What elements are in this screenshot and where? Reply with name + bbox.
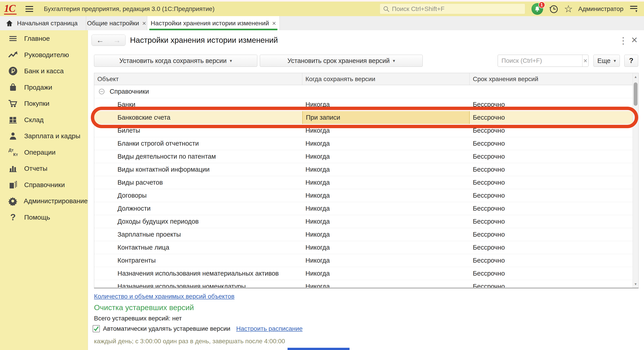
cell-object[interactable]: Виды расчетов [94, 176, 302, 189]
table-row[interactable]: ДолжностиНикогдаБессрочно [94, 202, 632, 215]
cell-object[interactable]: Бланки строгой отчетности [94, 137, 302, 150]
global-search-field[interactable] [392, 5, 522, 13]
auto-delete-checkbox[interactable] [93, 325, 100, 332]
cell-when[interactable]: Никогда [302, 241, 470, 254]
cell-when[interactable]: Никогда [302, 137, 470, 150]
cell-when[interactable]: Никогда [302, 254, 470, 267]
sidebar-item-otchety[interactable]: Отчеты [0, 160, 88, 177]
notifications-button[interactable]: 1 [532, 3, 543, 15]
table-row[interactable]: Виды расчетовНикогдаБессрочно [94, 176, 632, 189]
schedule-link[interactable]: Настроить расписание [236, 325, 302, 332]
cell-when[interactable]: Никогда [302, 215, 470, 228]
set-storage-term-button[interactable]: Установить срок хранения версий ▾ [260, 55, 423, 67]
more-menu-icon[interactable]: ⋮ [619, 36, 628, 46]
cell-term[interactable]: Бессрочно [470, 215, 632, 228]
sidebar-item-prodazhi[interactable]: Продажи [0, 79, 88, 96]
sidebar-item-zarplata-i-kadry[interactable]: Зарплата и кадры [0, 128, 88, 144]
cell-term[interactable]: Бессрочно [470, 111, 632, 124]
sidebar-item-pokupki[interactable]: Покупки [0, 95, 88, 112]
cell-object[interactable]: Должности [94, 202, 302, 215]
sidebar-item-pomosch[interactable]: ?Помощь [0, 209, 88, 226]
table-row[interactable]: Доходы будущих периодовНикогдаБессрочно [94, 215, 632, 228]
favorites-star-icon[interactable]: ☆ [564, 4, 573, 14]
sidebar-item-bank-i-kassa[interactable]: Банк и касса [0, 63, 88, 79]
main-menu-icon[interactable] [26, 6, 33, 12]
close-page-icon[interactable]: × [631, 34, 638, 46]
sidebar-item-glavnoe[interactable]: Главное [0, 31, 88, 47]
cell-term[interactable]: Бессрочно [470, 124, 632, 137]
back-button[interactable]: ← [92, 35, 108, 46]
col-header-object[interactable]: Объект [94, 73, 302, 85]
cell-term[interactable]: Бессрочно [470, 241, 632, 254]
stored-versions-link[interactable]: Количество и объем хранимых версий объек… [94, 293, 234, 300]
current-user[interactable]: Администратор [578, 5, 624, 13]
table-search-box[interactable]: × [498, 55, 588, 67]
sidebar-item-sklad[interactable]: Склад [0, 112, 88, 128]
col-header-when[interactable]: Когда сохранять версии [302, 73, 470, 85]
tab-version-history-settings[interactable]: Настройки хранения истории изменений× [147, 16, 280, 30]
tab-home[interactable]: Начальная страница [0, 16, 86, 30]
cell-object[interactable]: Назначения использования номенклатуры [94, 280, 302, 287]
table-row[interactable]: Бланки строгой отчетностиНикогдаБессрочн… [94, 137, 632, 150]
cell-when[interactable]: Никогда [302, 176, 470, 189]
settings-menu-icon[interactable]: ▾ [630, 6, 637, 12]
cell-term[interactable]: Бессрочно [470, 137, 632, 150]
cell-term[interactable]: Бессрочно [470, 189, 632, 202]
cell-object[interactable]: Банки [94, 98, 302, 111]
cell-when[interactable]: Никогда [302, 189, 470, 202]
collapse-icon[interactable] [99, 89, 105, 95]
cell-when[interactable]: Никогда [302, 163, 470, 176]
cell-object[interactable]: Виды деятельности по патентам [94, 150, 302, 163]
table-row[interactable]: Контактные лицаНикогдаБессрочно [94, 241, 632, 254]
table-row[interactable]: БанкиНикогдаБессрочно [94, 98, 632, 111]
table-row[interactable]: Зарплатные проектыНикогдаБессрочно [94, 228, 632, 241]
cell-when[interactable]: Никогда [302, 202, 470, 215]
tab-close-icon[interactable]: × [142, 20, 146, 27]
table-group-row[interactable]: Справочники [94, 85, 632, 98]
cell-object[interactable]: Контактные лица [94, 241, 302, 254]
cell-term[interactable]: Бессрочно [470, 202, 632, 215]
sidebar-item-rukovoditelyu[interactable]: Руководителю [0, 47, 88, 63]
tab-close-icon[interactable]: × [272, 20, 276, 27]
sidebar-item-operatsii[interactable]: ДтКтОперации [0, 144, 88, 161]
cell-when[interactable]: Никогда [302, 228, 470, 241]
history-icon[interactable] [548, 4, 559, 14]
table-row[interactable]: Назначения использования нематериальных … [94, 267, 632, 280]
help-button[interactable]: ? [624, 55, 638, 67]
cell-object[interactable]: Билеты [94, 124, 302, 137]
tab-general-settings[interactable]: Общие настройки× [86, 16, 147, 30]
cell-object[interactable]: Договоры [94, 189, 302, 202]
set-when-save-button[interactable]: Установить когда сохранять версии ▾ [94, 55, 257, 67]
vertical-scrollbar[interactable]: ▲ ▼ [632, 73, 638, 288]
scroll-down-icon[interactable]: ▼ [633, 282, 638, 286]
table-search-input[interactable] [498, 55, 582, 67]
cell-term[interactable]: Бессрочно [470, 254, 632, 267]
table-row[interactable]: БилетыНикогдаБессрочно [94, 124, 632, 137]
cell-term[interactable]: Бессрочно [470, 267, 632, 280]
clear-search-icon[interactable]: × [582, 55, 588, 67]
cell-when[interactable]: Никогда [302, 124, 470, 137]
cell-term[interactable]: Бессрочно [470, 150, 632, 163]
1c-logo[interactable]: 1С [4, 3, 16, 15]
more-button[interactable]: Еще ▾ [594, 55, 620, 67]
cell-term[interactable]: Бессрочно [470, 163, 632, 176]
cell-object[interactable]: Банковские счета [94, 111, 302, 124]
scroll-thumb[interactable] [634, 82, 638, 106]
table-row[interactable]: Назначения использования номенклатурыНик… [94, 280, 632, 287]
cell-when[interactable]: Никогда [302, 150, 470, 163]
cell-term[interactable]: Бессрочно [470, 280, 632, 287]
table-row[interactable]: Виды контактной информацииНикогдаБессроч… [94, 163, 632, 176]
col-header-term[interactable]: Срок хранения версий [470, 73, 632, 85]
cell-when[interactable]: Никогда [302, 280, 470, 287]
cell-object[interactable]: Назначения использования нематериальных … [94, 267, 302, 280]
sidebar-item-administrirovanie[interactable]: Администрирование [0, 193, 88, 209]
cell-object[interactable]: Виды контактной информации [94, 163, 302, 176]
cell-object[interactable]: Контрагенты [94, 254, 302, 267]
cell-when[interactable]: При записи [302, 111, 470, 124]
scroll-up-icon[interactable]: ▲ [633, 75, 638, 79]
cell-object[interactable]: Доходы будущих периодов [94, 215, 302, 228]
cell-when[interactable]: Никогда [302, 98, 470, 111]
cell-term[interactable]: Бессрочно [470, 228, 632, 241]
cell-term[interactable]: Бессрочно [470, 98, 632, 111]
table-row[interactable]: КонтрагентыНикогдаБессрочно [94, 254, 632, 267]
